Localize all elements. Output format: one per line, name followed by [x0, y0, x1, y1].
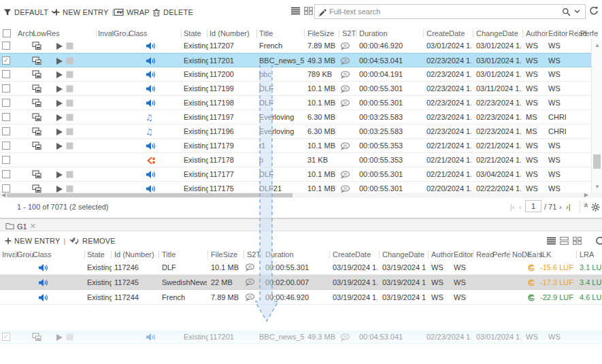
table-row[interactable]: ♫Existing117196Everloving6.30 MB00:03:25…	[0, 125, 591, 139]
scroll-down-icon[interactable]: ▼	[595, 184, 600, 190]
play-button[interactable]	[56, 39, 63, 53]
table-row[interactable]: Existing117179t110.1 MB00:00:55.35302/21…	[0, 139, 591, 153]
table-row[interactable]: ✓Existing117201BBC_news_5...49.3 MB00:04…	[0, 53, 591, 67]
row-checkbox[interactable]	[2, 142, 10, 150]
table-row[interactable]: Existing117246DLF10.1 MB00:00:55.30103/1…	[0, 260, 602, 275]
row-checkbox[interactable]	[2, 127, 10, 135]
column-header-read[interactable]: Read	[476, 249, 494, 260]
play-button[interactable]	[56, 110, 63, 125]
play-button[interactable]	[56, 139, 63, 153]
stop-button[interactable]	[66, 139, 73, 153]
column-header-id-number-[interactable]: Id (Number)	[114, 249, 154, 260]
column-header-title[interactable]: Title	[259, 28, 273, 39]
column-header-id-number-[interactable]: Id (Number)	[210, 28, 250, 39]
grid-view-icon[interactable]	[573, 237, 582, 245]
search-icon[interactable]	[562, 7, 571, 16]
column-header-s2t[interactable]: S2T	[342, 28, 356, 39]
stop-button[interactable]	[66, 182, 73, 193]
stop-button[interactable]	[66, 39, 73, 53]
play-button[interactable]	[56, 54, 63, 68]
table-row[interactable]: Existing117199DLF10.1 MB00:00:55.30102/2…	[0, 82, 591, 96]
column-header-class[interactable]: Class	[33, 249, 52, 260]
table-row[interactable]: Existing117178p31 KB00:00:55.35302/21/20…	[0, 153, 591, 167]
play-button[interactable]	[56, 67, 63, 82]
play-button[interactable]	[56, 125, 63, 139]
play-button[interactable]	[56, 82, 63, 96]
stop-button[interactable]	[66, 96, 73, 110]
play-button[interactable]	[56, 96, 63, 110]
first-page-button[interactable]: |‹	[510, 201, 515, 212]
stop-button[interactable]	[66, 331, 73, 343]
horizontal-scrollbar[interactable]: ◀ ▶	[0, 193, 602, 198]
stop-button[interactable]	[66, 167, 73, 182]
table-row[interactable]: Existing117245SwedishNews22 MB00:02:00.0…	[0, 275, 602, 290]
column-header-createdate[interactable]: CreateDate	[333, 249, 371, 260]
table-row[interactable]: ♫Existing117197Everloving6.30 MB00:03:25…	[0, 110, 591, 125]
row-checkbox[interactable]	[2, 70, 10, 78]
column-header-state[interactable]: State	[87, 249, 105, 260]
column-header-perfe[interactable]: Perfe	[580, 28, 598, 39]
vertical-scrollbar[interactable]: ▲ ▼	[591, 39, 602, 193]
column-header-ilk[interactable]: ILK	[540, 249, 552, 260]
settings-gear-icon[interactable]	[591, 203, 600, 212]
table-row[interactable]: Existing117200bbc789 KB00:00:04.19102/23…	[0, 67, 591, 82]
last-page-button[interactable]: ›|	[566, 201, 571, 212]
search-options-chevron-icon[interactable]	[574, 10, 580, 14]
column-header-editor[interactable]: Editor	[454, 249, 473, 260]
full-text-search-box[interactable]	[314, 4, 586, 19]
stop-button[interactable]	[66, 54, 73, 68]
column-header-duration[interactable]: Duration	[265, 249, 294, 260]
row-checkbox[interactable]	[2, 99, 10, 107]
next-page-button[interactable]: ›	[559, 201, 562, 212]
table-row[interactable]: Existing117244French7.89 MB00:00:46.9200…	[0, 290, 602, 305]
delete-button[interactable]: DELETE	[152, 6, 193, 18]
scroll-left-icon[interactable]: ◀	[1, 193, 5, 198]
table-row[interactable]: Existing117175DLF2110.1 MB00:00:55.30102…	[0, 182, 591, 193]
column-header-createdate[interactable]: CreateDate	[427, 28, 465, 39]
refresh-icon[interactable]	[595, 236, 602, 246]
list-view-icon[interactable]	[291, 7, 300, 15]
wrap-button[interactable]: WRAP	[114, 6, 150, 18]
column-header-filesize[interactable]: FileSize	[211, 249, 237, 260]
rows-view-icon[interactable]	[560, 237, 569, 245]
play-button[interactable]	[56, 167, 63, 182]
search-input[interactable]	[327, 7, 558, 16]
refresh-icon[interactable]	[589, 6, 599, 16]
stop-button[interactable]	[66, 125, 73, 139]
play-button[interactable]	[56, 182, 63, 193]
row-checkbox[interactable]: ✓	[2, 333, 10, 341]
row-checkbox[interactable]	[2, 170, 10, 178]
table-row[interactable]: Existing117207French7.89 MB00:00:46.9200…	[0, 39, 591, 53]
select-all-checkbox[interactable]	[3, 29, 11, 37]
vertical-scrollbar-thumb[interactable]	[593, 154, 601, 169]
table-row[interactable]: Existing117198DLF10.1 MB00:00:55.30102/2…	[0, 96, 591, 110]
column-header-lra[interactable]: LRA	[580, 249, 594, 260]
column-header-state[interactable]: State	[184, 28, 201, 39]
collapse-panel-icon[interactable]: »	[580, 203, 591, 208]
row-checkbox[interactable]	[2, 84, 10, 93]
group-new-entry-button[interactable]: NEW ENTRY |	[5, 235, 76, 247]
tab-g1[interactable]: G1 ✕	[3, 220, 39, 232]
scroll-right-icon[interactable]: ▶	[584, 193, 588, 198]
row-checkbox[interactable]	[2, 42, 10, 50]
page-number-input[interactable]	[525, 200, 541, 212]
column-header-duration[interactable]: Duration	[359, 28, 388, 39]
filter-default-button[interactable]: DEFAULT	[3, 6, 57, 18]
column-header-grou[interactable]: Grou	[114, 28, 130, 39]
stop-button[interactable]	[66, 110, 73, 125]
column-header-lowres[interactable]: LowRes	[33, 28, 60, 39]
column-header-changedate[interactable]: ChangeDate	[476, 28, 518, 39]
column-header-title[interactable]: Title	[162, 249, 175, 260]
column-header-s2t[interactable]: S2T	[247, 249, 261, 260]
previous-page-button[interactable]: ‹	[519, 201, 522, 212]
table-row[interactable]: ✓Existing117201BBC_news_5...49.3 MB00:04…	[0, 331, 591, 343]
remove-button[interactable]: REMOVE	[71, 235, 116, 247]
list-view-icon[interactable]	[547, 237, 556, 245]
stop-button[interactable]	[66, 82, 73, 96]
column-header-changedate[interactable]: ChangeDate	[382, 249, 424, 260]
close-tab-icon[interactable]: ✕	[30, 222, 36, 231]
grid-view-icon[interactable]	[304, 7, 313, 15]
row-checkbox[interactable]	[2, 156, 10, 164]
column-header-filesize[interactable]: FileSize	[307, 28, 334, 39]
row-checkbox[interactable]	[2, 113, 10, 121]
